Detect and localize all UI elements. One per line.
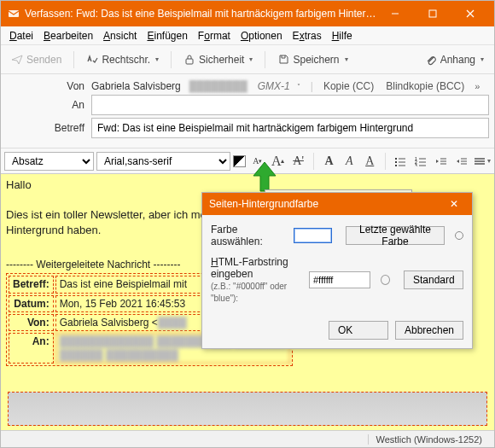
html-string-label: HTML-Farbstring eingeben (z.B.: "#0000ff… [211, 256, 302, 304]
italic-button[interactable]: A [341, 153, 358, 170]
spellcheck-label: Rechtschr. [102, 54, 150, 66]
chevron-down-icon[interactable]: ▾ [480, 55, 484, 63]
svg-rect-2 [429, 10, 436, 17]
spellcheck-icon [86, 54, 98, 66]
statusbar: Westlich (Windows-1252) [1, 430, 494, 447]
menu-format[interactable]: Format [193, 28, 236, 44]
hex-preview-swatch [381, 275, 390, 285]
svg-point-8 [395, 161, 397, 163]
to-label: An [6, 99, 91, 111]
forward-body-placeholder [8, 392, 487, 426]
bcc-link[interactable]: Blindkopie (BCC) [386, 80, 464, 92]
send-label: Senden [26, 54, 61, 66]
encoding-status[interactable]: Westlich (Windows-1252) [368, 434, 489, 445]
close-button[interactable] [451, 1, 489, 26]
send-button[interactable]: Senden [6, 51, 67, 68]
cancel-button[interactable]: Abbrechen [395, 321, 463, 340]
dialog-titlebar[interactable]: Seiten-Hintergrundfarbe ✕ [202, 193, 472, 215]
ok-button[interactable]: OK [329, 321, 388, 340]
outdent-button[interactable] [432, 153, 450, 170]
bgcolor-dialog: Seiten-Hintergrundfarbe ✕ Farbe auswähle… [201, 192, 473, 349]
lock-icon [183, 54, 195, 66]
titlebar: Verfassen: Fwd: Das ist eine Beispielmai… [1, 1, 494, 26]
dialog-title: Seiten-Hintergrundfarbe [209, 198, 443, 210]
svg-text:3: 3 [415, 163, 417, 166]
last-color-indicator [455, 231, 463, 240]
menu-ansicht[interactable]: Ansicht [98, 28, 142, 44]
dialog-close-button[interactable]: ✕ [443, 198, 465, 210]
minimize-button[interactable] [376, 1, 414, 26]
send-icon [11, 54, 23, 66]
number-list-button[interactable]: 123 [412, 153, 430, 170]
text-bg-color-button[interactable] [233, 155, 246, 167]
window-title: Verfassen: Fwd: Das ist eine Beispielmai… [25, 8, 376, 20]
bullet-list-button[interactable] [392, 153, 410, 170]
attach-button[interactable]: Anhang ▾ [420, 51, 489, 68]
indent-button[interactable] [452, 153, 470, 170]
spellcheck-button[interactable]: Rechtschr. ▾ [81, 51, 164, 68]
svg-rect-0 [9, 10, 19, 17]
main-toolbar: Senden Rechtschr. ▾ Sicherheit ▾ Speiche… [1, 45, 494, 74]
hex-input[interactable] [309, 271, 370, 288]
menu-hilfe[interactable]: Hilfe [327, 28, 358, 44]
format-toolbar: Absatz Arial,sans-serif A▾ A▴ A' A A A 1… [1, 148, 494, 174]
font-select[interactable]: Arial,sans-serif [96, 152, 230, 171]
underline-button[interactable]: A [361, 153, 379, 170]
maximize-button[interactable] [414, 1, 451, 26]
paperclip-icon [425, 54, 437, 66]
chevron-down-icon[interactable]: ▾ [249, 55, 253, 63]
subject-field[interactable] [91, 118, 489, 138]
menubar: Datei Bearbeiten Ansicht Einfügen Format… [1, 26, 494, 45]
from-name[interactable]: Gabriela Salvisberg [91, 80, 181, 92]
align-button[interactable]: ▾ [473, 153, 491, 170]
from-label: Von [6, 80, 91, 92]
save-icon [277, 54, 289, 66]
paragraph-select[interactable]: Absatz [4, 152, 94, 171]
decrease-font-button[interactable]: A▾ [248, 153, 266, 170]
last-color-button[interactable]: Letzte gewählte Farbe [346, 226, 445, 245]
svg-point-10 [395, 165, 397, 166]
from-address-redacted: ████████ [186, 80, 251, 92]
default-button[interactable]: Standard [404, 271, 463, 289]
chevron-down-icon[interactable]: ▾ [345, 55, 348, 63]
chevron-down-icon[interactable]: ▾ [155, 55, 159, 63]
menu-optionen[interactable]: Optionen [236, 28, 288, 44]
save-button[interactable]: Speichern ▾ [272, 51, 352, 68]
to-field[interactable] [91, 95, 489, 115]
app-icon [8, 8, 20, 20]
color-swatch-input[interactable] [294, 228, 333, 243]
menu-einfuegen[interactable]: Einfügen [142, 28, 192, 44]
increase-font-button[interactable]: A▴ [269, 153, 287, 170]
menu-extras[interactable]: Extras [288, 28, 327, 44]
subject-label: Betreff [6, 122, 91, 134]
choose-color-label: Farbe auswählen: [211, 224, 287, 247]
compose-header: Von Gabriela Salvisberg ████████ GMX-1 ˅… [1, 74, 494, 148]
cc-link[interactable]: Kopie (CC) [323, 80, 374, 92]
svg-rect-5 [186, 59, 193, 64]
menu-datei[interactable]: Datei [4, 28, 38, 44]
menu-bearbeiten[interactable]: Bearbeiten [38, 28, 98, 44]
bold-button[interactable]: A [320, 153, 338, 170]
security-label: Sicherheit [199, 54, 244, 66]
security-button[interactable]: Sicherheit ▾ [178, 51, 258, 68]
svg-point-6 [395, 158, 397, 160]
save-label: Speichern [293, 54, 339, 66]
expand-recipients-icon[interactable]: » [475, 81, 480, 91]
attach-label: Anhang [440, 54, 475, 66]
chevron-down-icon[interactable]: ˅ [297, 83, 300, 90]
remove-format-button[interactable]: A' [289, 153, 307, 170]
body-greeting: Hallo [6, 177, 489, 193]
from-identity[interactable]: GMX-1 [258, 80, 290, 92]
